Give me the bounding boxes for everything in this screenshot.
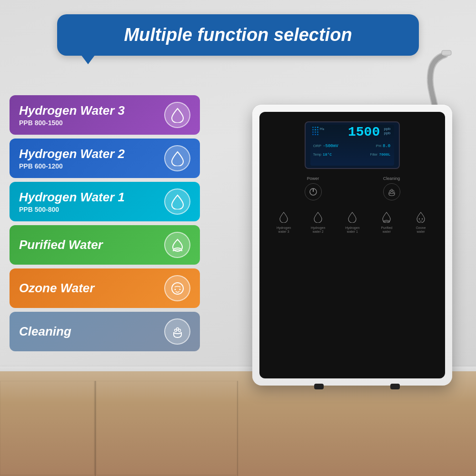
- water-btn-ozone[interactable]: Ozonewater: [414, 210, 428, 234]
- function-text: Hydrogen Water 1 PPB 500-800: [19, 190, 164, 213]
- water-btn-hw3[interactable]: Hydrogenwater 3: [277, 210, 291, 234]
- cleaning-button-group[interactable]: Cleaning: [383, 176, 400, 200]
- purified-label: Purifiedwater: [381, 226, 392, 234]
- svg-rect-11: [442, 50, 451, 55]
- display-ph-label: PH: [376, 144, 381, 148]
- display-h2-label: H₂: [320, 127, 324, 131]
- display-filter-label: Filter: [370, 153, 378, 156]
- function-item-purified-water: Purified Water: [10, 225, 200, 265]
- cabinet-lines-svg: [0, 381, 238, 476]
- function-sub: PPB 800-1500: [19, 119, 164, 127]
- water-selection-buttons: Hydrogenwater 3 Hydrogenwater 2: [264, 210, 440, 234]
- display-inner: H₂ 1500 ppbppb ORP -500mV PH 8.0: [310, 125, 394, 166]
- svg-rect-3: [96, 381, 237, 475]
- function-item-ozone-water: Ozone Water: [10, 268, 200, 308]
- display-ppb-unit: ppbppb: [384, 127, 390, 136]
- water-ionizer-machine: H₂ 1500 ppbppb ORP -500mV PH 8.0: [233, 67, 462, 400]
- function-text: Hydrogen Water 3 PPB 800-1500: [19, 103, 164, 127]
- power-cleaning-row: Power Cleaning: [264, 176, 440, 200]
- foot-left: [314, 384, 324, 389]
- hw1-icon: [345, 210, 359, 224]
- display-orp-value: -500mV: [323, 144, 338, 149]
- function-item-hydrogen-water-1: Hydrogen Water 1 PPB 500-800: [10, 182, 200, 221]
- function-label: Cleaning: [19, 324, 164, 339]
- hydrogen-water-1-icon: [164, 188, 190, 215]
- power-button-group[interactable]: Power: [305, 176, 322, 200]
- svg-point-9: [176, 327, 178, 330]
- hw2-label: Hydrogenwater 2: [311, 226, 325, 234]
- display-temp-value: 18°C: [323, 152, 332, 157]
- page-title: Multiple function selection: [124, 25, 352, 45]
- machine-display-screen: H₂ 1500 ppbppb ORP -500mV PH 8.0: [305, 121, 400, 169]
- display-ppb-value: 1500: [348, 126, 380, 139]
- function-text: Cleaning: [19, 324, 164, 339]
- function-text: Ozone Water: [19, 281, 164, 296]
- function-list: Hydrogen Water 3 PPB 800-1500 Hydrogen W…: [10, 95, 200, 355]
- function-sub: PPB 500-800: [19, 206, 164, 213]
- ozone-icon: [414, 210, 428, 224]
- svg-point-19: [422, 218, 423, 219]
- water-btn-hw1[interactable]: Hydrogenwater 1: [345, 210, 359, 234]
- function-label: Hydrogen Water 3: [19, 103, 164, 118]
- hydrogen-water-2-icon: [164, 145, 190, 171]
- function-text: Purified Water: [19, 238, 164, 252]
- hw3-icon: [277, 210, 291, 224]
- display-orp-label: ORP: [313, 144, 321, 148]
- title-bubble: Multiple function selection: [57, 14, 419, 56]
- cleaning-icon: [164, 318, 190, 345]
- function-sub: PPB 600-1200: [19, 162, 164, 170]
- machine-body: H₂ 1500 ppbppb ORP -500mV PH 8.0: [252, 105, 452, 386]
- display-temp-label: Temp: [313, 153, 321, 156]
- hw1-label: Hydrogenwater 1: [345, 226, 359, 234]
- function-label: Hydrogen Water 2: [19, 147, 164, 161]
- cleaning-ctrl-icon[interactable]: [383, 183, 400, 200]
- foot-right: [390, 384, 400, 389]
- purified-water-icon: [164, 232, 190, 258]
- svg-point-6: [179, 288, 180, 290]
- power-label: Power: [307, 176, 319, 181]
- function-label: Ozone Water: [19, 281, 164, 296]
- function-item-hydrogen-water-2: Hydrogen Water 2 PPB 600-1200: [10, 139, 200, 178]
- hw2-icon: [311, 210, 325, 224]
- ozone-label: Ozonewater: [416, 226, 426, 234]
- ozone-water-icon: [164, 275, 190, 301]
- display-filter-value: 7000L: [379, 152, 390, 157]
- machine-feet: [281, 384, 433, 389]
- display-ph-value: 8.0: [383, 144, 390, 149]
- function-text: Hydrogen Water 2 PPB 600-1200: [19, 147, 164, 170]
- svg-point-5: [174, 288, 176, 290]
- machine-front-panel: H₂ 1500 ppbppb ORP -500mV PH 8.0: [259, 112, 445, 378]
- purified-icon: [379, 210, 394, 224]
- svg-point-18: [419, 218, 420, 219]
- function-item-hydrogen-water-3: Hydrogen Water 3 PPB 800-1500: [10, 95, 200, 135]
- water-btn-hw2[interactable]: Hydrogenwater 2: [311, 210, 325, 234]
- svg-rect-2: [0, 381, 94, 475]
- function-label: Hydrogen Water 1: [19, 190, 164, 205]
- water-btn-purified[interactable]: Purifiedwater: [379, 210, 394, 234]
- svg-point-17: [391, 189, 393, 191]
- controls-area: Power Cleaning: [264, 176, 440, 374]
- function-label: Purified Water: [19, 238, 164, 252]
- function-item-cleaning: Cleaning: [10, 312, 200, 351]
- hydrogen-water-3-icon: [164, 102, 190, 128]
- cleaning-label: Cleaning: [383, 176, 400, 181]
- hw3-label: Hydrogenwater 3: [277, 226, 291, 234]
- power-icon[interactable]: [305, 183, 322, 200]
